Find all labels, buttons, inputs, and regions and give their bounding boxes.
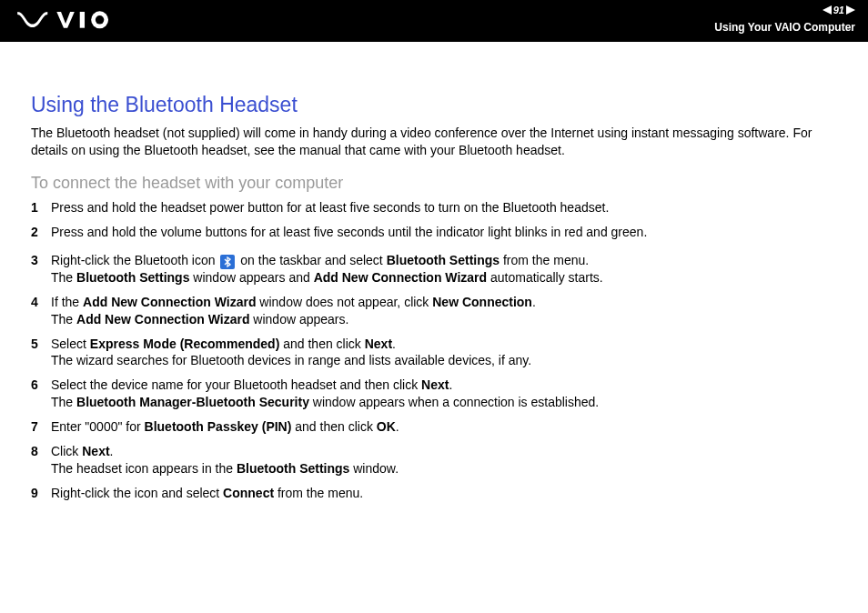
- step-text: Press and hold the headset power button …: [51, 199, 837, 216]
- intro-text: The Bluetooth headset (not supplied) wil…: [31, 125, 837, 159]
- step-text: Right-click the icon and select Connect …: [51, 485, 837, 502]
- svg-point-2: [96, 15, 104, 24]
- step-text: Select the device name for your Bluetoot…: [51, 377, 837, 411]
- step-number: 7: [31, 418, 51, 436]
- next-page-arrow-icon[interactable]: [846, 5, 855, 15]
- list-item: 5 Select Express Mode (Recommended) and …: [31, 336, 837, 370]
- page-title: Using the Bluetooth Headset: [31, 91, 837, 119]
- prev-page-arrow-icon[interactable]: [823, 5, 832, 15]
- step-text: Right-click the Bluetooth icon on the ta…: [51, 252, 837, 286]
- list-item: 6 Select the device name for your Blueto…: [31, 377, 837, 411]
- vaio-logo: [16, 9, 124, 33]
- step-number: 2: [31, 224, 51, 241]
- subheading: To connect the headset with your compute…: [31, 172, 837, 194]
- step-number: 4: [31, 294, 51, 311]
- step-text: If the Add New Connection Wizard window …: [51, 294, 837, 328]
- header-bar: 91 Using Your VAIO Computer: [0, 0, 868, 42]
- bluetooth-icon: [220, 255, 235, 269]
- page-content: Using the Bluetooth Headset The Bluetoot…: [0, 42, 868, 502]
- step-number: 9: [31, 485, 51, 502]
- list-item: 3 Right-click the Bluetooth icon on the …: [31, 252, 837, 286]
- list-item: 7 Enter "0000" for Bluetooth Passkey (PI…: [31, 418, 837, 436]
- step-text: Press and hold the volume buttons for at…: [51, 224, 837, 241]
- page-nav: 91: [823, 4, 855, 17]
- list-item: 1 Press and hold the headset power butto…: [31, 199, 837, 216]
- list-item: 9 Right-click the icon and select Connec…: [31, 485, 837, 502]
- steps-list: 1 Press and hold the headset power butto…: [31, 199, 837, 502]
- step-number: 6: [31, 377, 51, 394]
- list-item: 4 If the Add New Connection Wizard windo…: [31, 294, 837, 328]
- step-number: 1: [31, 199, 51, 216]
- breadcrumb: Using Your VAIO Computer: [714, 20, 855, 35]
- step-text: Click Next. The headset icon appears in …: [51, 443, 837, 477]
- list-item: 8 Click Next. The headset icon appears i…: [31, 443, 837, 477]
- step-text: Select Express Mode (Recommended) and th…: [51, 336, 837, 370]
- step-number: 5: [31, 336, 51, 353]
- svg-rect-0: [80, 12, 85, 28]
- step-number: 8: [31, 443, 51, 460]
- step-number: 3: [31, 252, 51, 269]
- step-text: Enter "0000" for Bluetooth Passkey (PIN)…: [51, 418, 837, 436]
- list-item: 2 Press and hold the volume buttons for …: [31, 224, 837, 241]
- page-number: 91: [833, 4, 844, 17]
